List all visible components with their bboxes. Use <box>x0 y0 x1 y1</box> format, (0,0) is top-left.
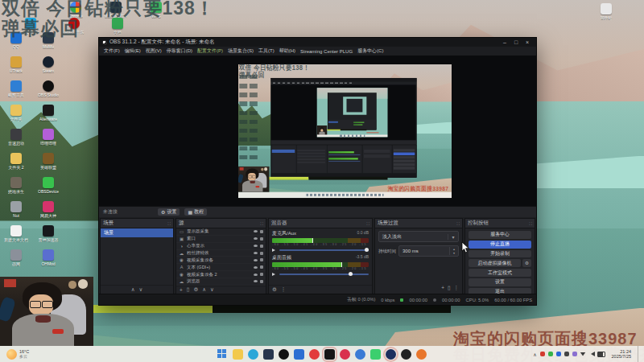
obs-preview-canvas[interactable]: 双倍 今日钻粉只要138！ 弹幕必回 <box>99 56 536 206</box>
lock-icon[interactable] <box>260 252 263 255</box>
menu-streaming-center[interactable]: Streaming Center PLUG <box>300 49 353 54</box>
maximize-button[interactable]: □ <box>510 39 522 45</box>
desktop-icon[interactable]: Nut <box>2 201 31 223</box>
lock-icon[interactable] <box>260 265 263 269</box>
source-down-button[interactable]: ∨ <box>210 286 214 293</box>
source-row[interactable]: ▣窗口 <box>176 236 266 243</box>
menu-service-center[interactable]: 服务中心(C) <box>357 47 383 55</box>
desktop-icon[interactable]: 音速启动 <box>2 129 31 150</box>
taskbar-app-icon[interactable] <box>416 349 427 360</box>
tray-app-icon[interactable] <box>564 352 569 356</box>
source-row[interactable]: ☁粉丝牌特效 <box>176 250 266 257</box>
lock-icon[interactable] <box>260 280 263 283</box>
duration-input[interactable]: 300 ms ▴▾ <box>398 245 459 257</box>
lock-icon[interactable] <box>260 230 263 233</box>
desktop-icon[interactable]: 英雄联盟 <box>34 153 63 175</box>
desktop-icon[interactable]: OBS Studio <box>34 80 63 102</box>
source-row[interactable]: ◉视频采集设备 2 <box>176 271 266 278</box>
desktop-icon[interactable]: 哔哩哔哩 <box>34 129 63 150</box>
dock-menu-icon[interactable]: ∷ <box>529 220 532 226</box>
plugin-settings-button[interactable]: ⚙设置 <box>158 208 180 216</box>
system-indicators[interactable] <box>580 352 605 357</box>
source-properties-button[interactable]: ⚙ <box>193 286 198 293</box>
add-source-button[interactable]: + <box>180 287 183 293</box>
virtualcam-settings-icon[interactable]: ⚙ <box>522 259 531 267</box>
minimize-button[interactable]: – <box>499 39 510 45</box>
taskbar-app-icon[interactable] <box>401 349 411 360</box>
stop-streaming-button[interactable]: 停止直播 <box>469 241 531 249</box>
show-desktop-button[interactable] <box>638 346 641 362</box>
desktop-icon[interactable]: UTrack <box>2 56 31 78</box>
transition-more-button[interactable]: ⋮ <box>454 285 460 291</box>
tray-app-icon[interactable] <box>540 352 545 356</box>
source-row[interactable]: ▭显示器采集 <box>176 228 266 236</box>
menu-docks[interactable]: 停靠窗口(D) <box>167 47 192 55</box>
speaker-icon[interactable] <box>272 249 277 252</box>
taskbar-app-icon[interactable] <box>279 349 289 360</box>
desktop-icon[interactable]: 文件夹 2 <box>2 153 31 175</box>
remove-source-button[interactable]: ▯ <box>187 286 190 293</box>
visibility-icon[interactable] <box>254 237 258 240</box>
webcam-window[interactable] <box>0 277 93 346</box>
plugin-tutorial-button[interactable]: ▦教程 <box>184 208 207 216</box>
lock-icon[interactable] <box>260 237 263 241</box>
add-transition-button[interactable]: + <box>441 285 444 291</box>
menu-help[interactable]: 帮助(H) <box>279 47 295 55</box>
desktop-icon[interactable]: 雷神加速器 <box>34 225 63 247</box>
source-up-button[interactable]: ∧ <box>202 286 206 293</box>
menu-view[interactable]: 视图(V) <box>146 47 162 55</box>
visibility-icon[interactable] <box>254 230 258 232</box>
source-row[interactable]: ☁浏览器 <box>176 278 266 286</box>
desktop-volume-slider[interactable] <box>279 274 369 275</box>
service-center-button[interactable]: 服务中心 <box>469 231 531 239</box>
dock-menu-icon[interactable]: ∷ <box>260 220 263 226</box>
desktop-icon[interactable]: 绝地求生 <box>2 177 31 199</box>
tray-app-icon[interactable] <box>548 352 553 356</box>
dock-menu-icon[interactable]: ∷ <box>167 220 171 226</box>
mixer-settings-icon[interactable]: ⚙ <box>272 286 277 293</box>
close-button[interactable]: × <box>522 39 533 45</box>
visibility-icon[interactable] <box>254 266 258 269</box>
settings-button[interactable]: 设置 <box>469 278 531 286</box>
dock-menu-icon[interactable]: ∷ <box>456 220 460 226</box>
source-row[interactable]: ◑心率显示 <box>176 243 266 250</box>
mixer-more-icon[interactable]: ⋮ <box>281 286 287 293</box>
desktop-icon[interactable]: 文件夹 <box>2 105 31 126</box>
obs-titlebar[interactable]: OBS 31.1.2 - 配置文件: 未命名 - 场景: 未命名 – □ × <box>99 38 536 47</box>
scene-move-up-button[interactable]: ∧ <box>131 286 135 293</box>
visibility-icon[interactable] <box>254 280 258 282</box>
desktop-icon[interactable]: 战网 <box>2 249 31 271</box>
desktop-icon[interactable]: Steam <box>34 56 63 78</box>
studio-mode-button[interactable]: 工作室模式 <box>469 269 531 277</box>
desktop-icon-recycle[interactable]: 回收站 <box>592 3 621 25</box>
source-row[interactable]: A文本 (GDI+) <box>176 264 266 271</box>
desktop-icon[interactable]: 新建文本文档 <box>2 225 31 247</box>
start-recording-button[interactable]: 开始录制 <box>469 250 531 258</box>
dock-menu-icon[interactable]: ∷ <box>366 220 369 226</box>
menu-file[interactable]: 文件(F) <box>104 47 120 55</box>
obs-taskbar-icon[interactable] <box>324 349 335 360</box>
taskbar-clock[interactable]: 21:24 2025/7/25 <box>609 349 634 360</box>
desktop-icon[interactable]: 网易大神 <box>34 201 63 223</box>
explorer-icon[interactable] <box>233 349 243 360</box>
taskbar-app-icon[interactable] <box>386 349 396 360</box>
transition-select[interactable]: 淡入淡出▾ <box>378 231 459 242</box>
taskbar-app-icon[interactable] <box>309 349 320 360</box>
taskbar-app-icon[interactable] <box>263 349 274 360</box>
scene-move-down-button[interactable]: ∨ <box>139 286 143 293</box>
desktop-icon[interactable]: 截图工具 <box>2 80 31 102</box>
lock-icon[interactable] <box>260 245 263 248</box>
menu-scene-collection[interactable]: 场景集合(S) <box>228 47 254 55</box>
remove-transition-button[interactable]: ▯ <box>448 285 451 291</box>
visibility-icon[interactable] <box>254 245 258 247</box>
desktop-icon[interactable]: OHMod <box>34 249 63 271</box>
menu-edit[interactable]: 编辑(E) <box>125 47 141 55</box>
taskbar-app-icon[interactable] <box>340 349 350 360</box>
start-virtualcam-button[interactable]: 启动虚拟摄像机 <box>469 259 521 267</box>
tray-app-icon[interactable] <box>556 352 561 356</box>
visibility-icon[interactable] <box>254 259 258 261</box>
menu-profile[interactable]: 配置文件(P) <box>197 47 223 55</box>
lock-icon[interactable] <box>260 258 263 261</box>
desktop-icon[interactable]: Alienware <box>34 105 63 126</box>
visibility-icon[interactable] <box>254 274 258 276</box>
